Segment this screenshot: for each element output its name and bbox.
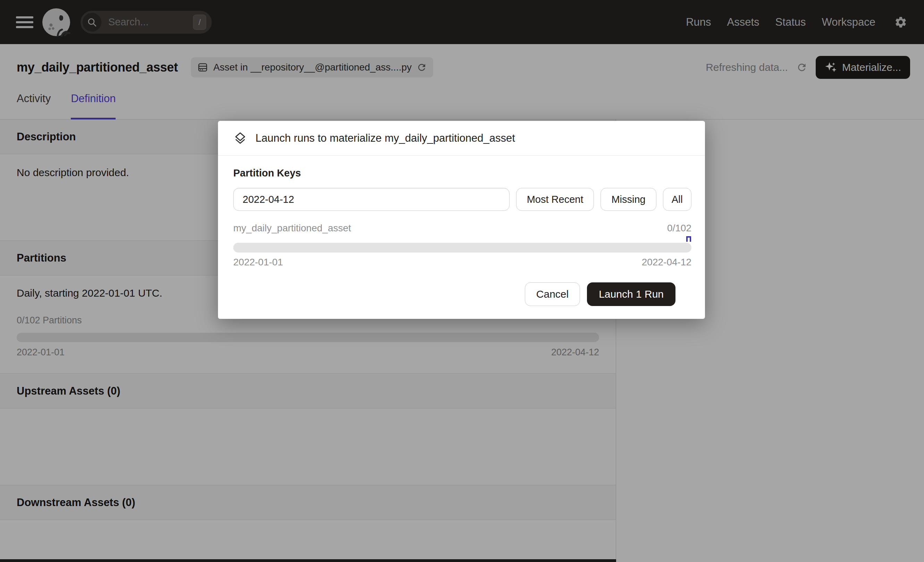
dialog-title: Launch runs to materialize my_daily_part… [255, 132, 515, 144]
launch-runs-dialog: Launch runs to materialize my_daily_part… [218, 121, 705, 319]
most-recent-button[interactable]: Most Recent [516, 188, 594, 211]
partition-keys-row: Most Recent Missing All [233, 188, 692, 211]
dialog-footer: Cancel Launch 1 Run [233, 268, 692, 306]
dialog-asset-name: my_daily_partitioned_asset [233, 222, 351, 234]
selected-partition-marker [686, 236, 691, 242]
dialog-date-range: 2022-01-01 2022-04-12 [233, 257, 692, 268]
asset-progress-header: my_daily_partitioned_asset 0/102 [233, 222, 692, 234]
launch-run-button[interactable]: Launch 1 Run [587, 283, 675, 306]
partition-key-input[interactable] [233, 188, 510, 211]
dialog-range-start: 2022-01-01 [233, 257, 283, 268]
materialize-asset-icon [233, 131, 247, 145]
dialog-range-end: 2022-04-12 [642, 257, 692, 268]
dialog-partition-selector-bar[interactable] [233, 243, 692, 252]
all-button[interactable]: All [663, 188, 692, 211]
dialog-title-bar: Launch runs to materialize my_daily_part… [218, 121, 705, 156]
partition-keys-label: Partition Keys [233, 167, 692, 179]
dialog-body: Partition Keys Most Recent Missing All m… [218, 156, 705, 306]
cancel-button[interactable]: Cancel [525, 283, 580, 306]
dialog-partition-count: 0/102 [667, 222, 692, 234]
selection-marker-row [233, 234, 692, 243]
missing-button[interactable]: Missing [600, 188, 656, 211]
